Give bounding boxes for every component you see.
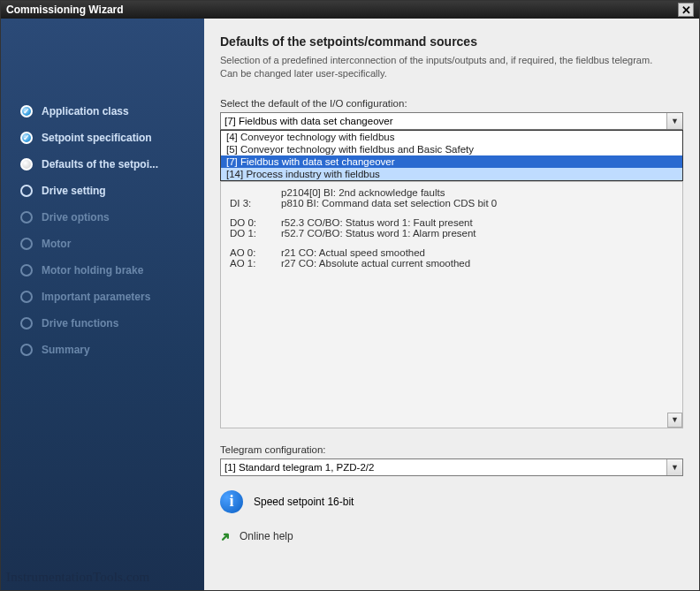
detail-row: AO 0: r21 CO: Actual speed smoothed [230, 247, 673, 258]
pending-step-icon [20, 317, 33, 330]
sidebar-item-label: Drive functions [42, 317, 118, 330]
info-icon: i [220, 490, 243, 513]
sidebar-item-label: Drive options [42, 211, 110, 224]
page-title: Defaults of the setpoints/command source… [220, 34, 683, 49]
scroll-down-icon[interactable]: ▼ [667, 413, 682, 428]
detail-text: p2104[0] BI: 2nd acknowledge faults [281, 187, 445, 198]
pending-step-icon [20, 344, 33, 356]
sidebar-item-drive-setting[interactable]: Drive setting [1, 178, 204, 204]
io-option-5[interactable]: [5] Conveyor technology with fieldbus an… [221, 143, 682, 155]
titlebar: Commissioning Wizard ✕ [1, 1, 699, 19]
io-option-14[interactable]: [14] Process industry with fieldbus [221, 168, 682, 180]
sidebar-item-label: Defaults of the setpoi... [42, 158, 158, 170]
sidebar-item-motor-holding-brake: Motor holding brake [1, 257, 204, 284]
info-text: Speed setpoint 16-bit [254, 496, 354, 508]
detail-row: AO 1: r27 CO: Absolute actual current sm… [230, 258, 673, 269]
pending-step-icon [20, 264, 33, 277]
detail-tag: AO 1: [230, 258, 281, 269]
io-config-select[interactable]: [7] Fieldbus with data set changeover ▼ … [220, 112, 683, 130]
detail-row: DI 3: p810 BI: Command data set selectio… [230, 198, 673, 208]
detail-tag: DI 3: [230, 198, 281, 208]
sidebar-item-label: Setpoint specification [42, 132, 152, 144]
commissioning-wizard-window: Commissioning Wizard ✕ Application class… [0, 0, 700, 591]
sidebar-item-label: Application class [42, 105, 129, 117]
pending-step-icon [20, 238, 33, 250]
telegram-select[interactable]: [1] Standard telegram 1, PZD-2/2 ▼ [220, 458, 683, 476]
info-row: i Speed setpoint 16-bit [220, 490, 683, 513]
detail-text: p810 BI: Command data set selection CDS … [281, 198, 497, 208]
detail-text: r52.7 CO/BO: Status word 1: Alarm presen… [281, 228, 476, 239]
detail-row: DO 0: r52.3 CO/BO: Status word 1: Fault … [230, 217, 673, 228]
sidebar-item-drive-options: Drive options [1, 204, 204, 231]
help-text: Online help [240, 530, 293, 542]
sidebar-item-application-class[interactable]: Application class [1, 98, 204, 125]
io-config-selected-text: [7] Fieldbus with data set changeover [224, 116, 393, 126]
arrow-icon: ➜ [217, 527, 234, 545]
current-step-icon [20, 158, 33, 170]
io-config-label: Select the default of the I/O configurat… [220, 98, 683, 109]
pending-step-icon [20, 291, 33, 303]
sidebar-item-motor: Motor [1, 231, 204, 257]
pending-step-icon [20, 211, 33, 224]
sidebar-item-summary: Summary [1, 337, 204, 363]
telegram-value[interactable]: [1] Standard telegram 1, PZD-2/2 [220, 458, 683, 476]
sidebar-item-label: Important parameters [42, 291, 150, 303]
chevron-down-icon[interactable]: ▼ [666, 113, 682, 129]
detail-text: r52.3 CO/BO: Status word 1: Fault presen… [281, 217, 473, 228]
detail-tag: AO 0: [230, 247, 281, 258]
chevron-down-icon[interactable]: ▼ [666, 459, 682, 475]
sidebar-item-label: Motor [42, 238, 71, 250]
check-icon [20, 105, 33, 117]
wizard-sidebar: Application class Setpoint specification… [1, 19, 204, 590]
detail-tag: DO 0: [230, 217, 281, 228]
sidebar-item-drive-functions: Drive functions [1, 310, 204, 337]
telegram-selected-text: [1] Standard telegram 1, PZD-2/2 [224, 462, 374, 473]
detail-row: p2104[0] BI: 2nd acknowledge faults [230, 187, 673, 198]
io-config-value[interactable]: [7] Fieldbus with data set changeover [220, 112, 683, 130]
sidebar-item-label: Motor holding brake [42, 264, 143, 277]
telegram-label: Telegram configuration: [220, 444, 683, 455]
main-panel: Defaults of the setpoints/command source… [204, 19, 699, 590]
window-title: Commissioning Wizard [6, 4, 124, 16]
detail-tag: DO 1: [230, 228, 281, 239]
sidebar-item-label: Summary [42, 344, 90, 356]
watermark-text: InstrumentationTools.com [6, 570, 149, 585]
sidebar-item-important-parameters: Important parameters [1, 284, 204, 310]
page-subtitle: Selection of a predefined interconnectio… [220, 54, 671, 80]
detail-text: r21 CO: Actual speed smoothed [281, 247, 425, 258]
io-config-dropdown: [4] Conveyor technology with fieldbus [5… [220, 130, 683, 181]
sidebar-item-setpoint-specification[interactable]: Setpoint specification [1, 125, 204, 151]
detail-row: DO 1: r52.7 CO/BO: Status word 1: Alarm … [230, 228, 673, 239]
sidebar-item-label: Drive setting [42, 185, 106, 197]
detail-text: r27 CO: Absolute actual current smoothed [281, 258, 470, 269]
io-option-4[interactable]: [4] Conveyor technology with fieldbus [221, 131, 682, 143]
io-details-box: p2104[0] BI: 2nd acknowledge faults DI 3… [220, 181, 683, 428]
online-help-link[interactable]: ➜ Online help [220, 529, 683, 543]
window-body: Application class Setpoint specification… [1, 19, 699, 590]
detail-tag [230, 187, 281, 198]
check-icon [20, 132, 33, 144]
sidebar-item-defaults-setpoints[interactable]: Defaults of the setpoi... [1, 151, 204, 178]
pending-step-icon [20, 185, 33, 197]
io-option-7[interactable]: [7] Fieldbus with data set changeover [221, 155, 682, 168]
close-icon[interactable]: ✕ [678, 3, 694, 17]
